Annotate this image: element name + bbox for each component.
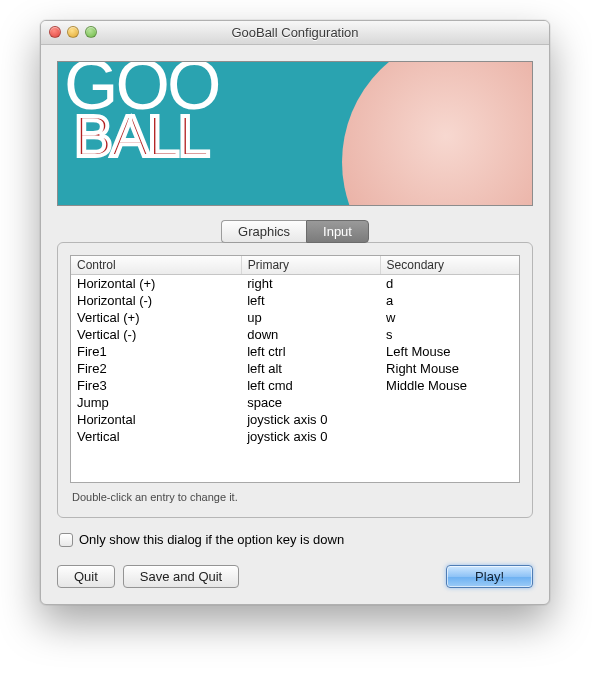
cell-primary[interactable]: right bbox=[241, 275, 380, 293]
tab-graphics[interactable]: Graphics bbox=[221, 220, 306, 243]
cell-control[interactable]: Horizontal bbox=[71, 411, 241, 428]
cell-secondary[interactable]: a bbox=[380, 292, 519, 309]
banner-image: GOO BALL bbox=[57, 61, 533, 206]
only-show-if-option-checkbox[interactable] bbox=[59, 533, 73, 547]
cell-secondary[interactable]: Left Mouse bbox=[380, 343, 519, 360]
hint-text: Double-click an entry to change it. bbox=[72, 491, 518, 503]
table-row[interactable]: Jumpspace bbox=[71, 394, 519, 411]
table-row[interactable]: Horizontal (-)lefta bbox=[71, 292, 519, 309]
cell-control[interactable]: Horizontal (-) bbox=[71, 292, 241, 309]
cell-control[interactable]: Fire2 bbox=[71, 360, 241, 377]
table-row[interactable]: Vertical (+)upw bbox=[71, 309, 519, 326]
cell-secondary[interactable] bbox=[380, 428, 519, 445]
cell-primary[interactable]: down bbox=[241, 326, 380, 343]
tab-input[interactable]: Input bbox=[306, 220, 369, 243]
titlebar: GooBall Configuration bbox=[41, 21, 549, 45]
cell-control[interactable]: Vertical bbox=[71, 428, 241, 445]
cell-secondary[interactable]: d bbox=[380, 275, 519, 293]
col-header-control[interactable]: Control bbox=[71, 256, 241, 275]
banner-graphic bbox=[342, 61, 533, 206]
cell-control[interactable]: Horizontal (+) bbox=[71, 275, 241, 293]
close-icon[interactable] bbox=[49, 26, 61, 38]
table-row[interactable]: Fire3left cmdMiddle Mouse bbox=[71, 377, 519, 394]
zoom-icon[interactable] bbox=[85, 26, 97, 38]
bindings-table-wrap: Control Primary Secondary Horizontal (+)… bbox=[70, 255, 520, 483]
save-and-quit-button[interactable]: Save and Quit bbox=[123, 565, 239, 588]
cell-primary[interactable]: space bbox=[241, 394, 380, 411]
cell-control[interactable]: Vertical (-) bbox=[71, 326, 241, 343]
cell-primary[interactable]: left alt bbox=[241, 360, 380, 377]
button-row: Quit Save and Quit Play! bbox=[57, 565, 533, 588]
window-title: GooBall Configuration bbox=[231, 25, 358, 40]
table-row[interactable]: Vertical (-)downs bbox=[71, 326, 519, 343]
cell-secondary[interactable]: Middle Mouse bbox=[380, 377, 519, 394]
cell-primary[interactable]: left ctrl bbox=[241, 343, 380, 360]
cell-primary[interactable]: joystick axis 0 bbox=[241, 428, 380, 445]
cell-secondary[interactable] bbox=[380, 394, 519, 411]
col-header-primary[interactable]: Primary bbox=[241, 256, 380, 275]
cell-control[interactable]: Vertical (+) bbox=[71, 309, 241, 326]
play-button[interactable]: Play! bbox=[446, 565, 533, 588]
table-row[interactable]: Verticaljoystick axis 0 bbox=[71, 428, 519, 445]
input-pane: Control Primary Secondary Horizontal (+)… bbox=[57, 242, 533, 518]
cell-control[interactable]: Fire1 bbox=[71, 343, 241, 360]
cell-primary[interactable]: up bbox=[241, 309, 380, 326]
bindings-table[interactable]: Control Primary Secondary Horizontal (+)… bbox=[71, 256, 519, 445]
table-row[interactable]: Horizontaljoystick axis 0 bbox=[71, 411, 519, 428]
cell-secondary[interactable]: Right Mouse bbox=[380, 360, 519, 377]
window-body: GOO BALL Graphics Input Control Primary bbox=[41, 45, 549, 604]
col-header-secondary[interactable]: Secondary bbox=[380, 256, 519, 275]
cell-secondary[interactable]: s bbox=[380, 326, 519, 343]
table-row[interactable]: Horizontal (+)rightd bbox=[71, 275, 519, 293]
cell-secondary[interactable] bbox=[380, 411, 519, 428]
banner-logo: GOO BALL bbox=[64, 61, 218, 158]
config-window: GooBall Configuration GOO BALL Graphics … bbox=[40, 20, 550, 605]
cell-primary[interactable]: joystick axis 0 bbox=[241, 411, 380, 428]
cell-primary[interactable]: left bbox=[241, 292, 380, 309]
cell-control[interactable]: Jump bbox=[71, 394, 241, 411]
cell-secondary[interactable]: w bbox=[380, 309, 519, 326]
tab-bar: Graphics Input bbox=[57, 220, 533, 243]
minimize-icon[interactable] bbox=[67, 26, 79, 38]
cell-primary[interactable]: left cmd bbox=[241, 377, 380, 394]
banner-logo-line2: BALL bbox=[74, 113, 218, 158]
cell-control[interactable]: Fire3 bbox=[71, 377, 241, 394]
table-row[interactable]: Fire1left ctrlLeft Mouse bbox=[71, 343, 519, 360]
quit-button[interactable]: Quit bbox=[57, 565, 115, 588]
only-show-if-option-label: Only show this dialog if the option key … bbox=[79, 532, 344, 547]
only-show-if-option-row[interactable]: Only show this dialog if the option key … bbox=[59, 532, 531, 547]
table-row[interactable]: Fire2left altRight Mouse bbox=[71, 360, 519, 377]
traffic-lights bbox=[49, 26, 97, 38]
